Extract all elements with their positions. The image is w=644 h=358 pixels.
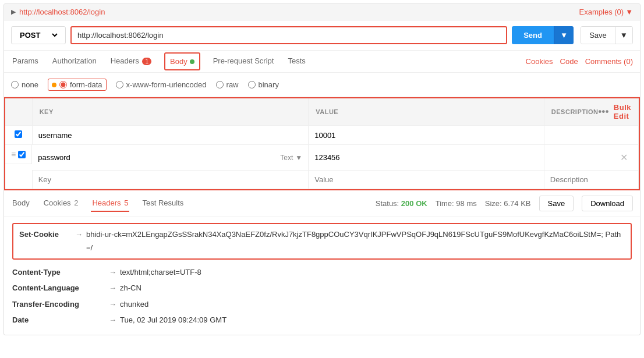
set-cookie-label: Set-Cookie (19, 228, 72, 241)
status-value: 200 OK (401, 199, 427, 208)
cookies-link[interactable]: Cookies (526, 51, 553, 72)
row1-key-input[interactable] (38, 131, 303, 140)
table-row (5, 126, 639, 145)
desc-header: DESCRIPTION ••• Bulk Edit (544, 98, 638, 126)
send-dropdown-button[interactable]: ▼ (554, 26, 574, 44)
size-label: Size: 6.74 KB (485, 199, 531, 208)
resp-tab-cookies[interactable]: Cookies 2 (43, 195, 80, 212)
tab-authorization[interactable]: Authorization (51, 51, 98, 72)
transfer-encoding-label: Transfer-Encoding (12, 297, 105, 311)
response-save-button[interactable]: Save (539, 196, 574, 211)
resp-tab-headers[interactable]: Headers 5 (91, 195, 129, 212)
value-header: VALUE (309, 98, 544, 126)
row2-type-dropdown[interactable]: ▼ (295, 154, 302, 162)
set-cookie-arrow-icon: → (75, 228, 83, 241)
row1-desc-input[interactable] (550, 131, 632, 140)
transfer-encoding-row: Transfer-Encoding → chunked (12, 297, 632, 311)
date-value: Tue, 02 Jul 2019 09:24:09 GMT (120, 313, 227, 327)
top-bar-url: http://localhost:8062/login (19, 8, 105, 16)
row2-desc-input[interactable] (550, 153, 615, 162)
table-row: ≡ Text ▼ (5, 145, 639, 171)
row2-value-input[interactable] (314, 153, 538, 162)
send-button[interactable]: Send (512, 26, 554, 44)
method-dropdown[interactable]: POST GET PUT DELETE (17, 30, 59, 40)
more-options-button[interactable]: ••• (599, 107, 609, 117)
code-link[interactable]: Code (560, 51, 578, 72)
headers-badge: 1 (142, 58, 151, 65)
key-header: KEY (32, 98, 309, 126)
save-dropdown-button[interactable]: ▼ (615, 27, 632, 44)
new-key-input[interactable] (38, 175, 303, 184)
content-language-value: zh-CN (120, 281, 141, 295)
row2-type-label: Text (280, 154, 293, 162)
save-button[interactable]: Save (581, 27, 615, 44)
content-language-label: Content-Language (12, 281, 105, 295)
set-cookie-value: bhidi-ur-ck=mX2LEngapZGsSSrakN34XaQ3NaEF… (86, 228, 625, 255)
tab-tests[interactable]: Tests (286, 51, 306, 72)
radio-binary[interactable]: binary (248, 80, 279, 89)
row1-value-input[interactable] (314, 131, 538, 140)
resp-tab-test-results[interactable]: Test Results (141, 195, 185, 212)
examples-button[interactable]: Examples (0) ▼ (579, 8, 633, 16)
radio-form-data[interactable]: form-data (48, 79, 107, 91)
date-label: Date (12, 313, 105, 327)
tab-pre-request[interactable]: Pre-request Script (212, 51, 275, 72)
bulk-edit-button[interactable]: Bulk Edit (614, 103, 631, 120)
tab-body[interactable]: Body (164, 52, 200, 70)
body-dot-icon (190, 59, 194, 64)
method-select[interactable]: POST GET PUT DELETE (11, 26, 66, 44)
drag-handle-icon[interactable]: ≡ (11, 150, 16, 159)
status-label: Status: 200 OK (376, 199, 427, 208)
content-type-label: Content-Type (12, 265, 105, 279)
time-label: Time: 98 ms (436, 199, 477, 208)
row2-key-input[interactable] (38, 153, 277, 162)
content-type-value: text/html;charset=UTF-8 (120, 265, 201, 279)
new-desc-input[interactable] (550, 175, 632, 184)
set-cookie-row: Set-Cookie → bhidi-ur-ck=mX2LEngapZGsSSr… (12, 223, 632, 260)
radio-raw[interactable]: raw (216, 80, 239, 89)
orange-dot-icon (52, 83, 56, 87)
new-value-input[interactable] (314, 175, 538, 184)
tab-params[interactable]: Params (11, 51, 40, 72)
top-bar-arrow: ▶ (11, 8, 16, 16)
row1-checkbox[interactable] (15, 130, 22, 138)
content-language-row: Content-Language → zh-CN (12, 281, 632, 295)
tab-headers[interactable]: Headers 1 (109, 51, 153, 72)
date-row: Date → Tue, 02 Jul 2019 09:24:09 GMT (12, 313, 632, 327)
url-input[interactable] (70, 26, 507, 44)
radio-urlencoded[interactable]: x-www-form-urlencoded (116, 80, 207, 89)
row2-checkbox[interactable] (18, 151, 26, 158)
comments-link[interactable]: Comments (0) (585, 51, 633, 72)
resp-tab-body[interactable]: Body (11, 195, 31, 212)
row2-delete-button[interactable]: ✕ (615, 150, 632, 165)
radio-none[interactable]: none (11, 80, 38, 89)
content-type-row: Content-Type → text/html;charset=UTF-8 (12, 265, 632, 279)
transfer-encoding-value: chunked (120, 297, 148, 311)
empty-row (5, 171, 639, 189)
table-check-header (5, 98, 32, 126)
response-download-button[interactable]: Download (582, 196, 633, 211)
chevron-down-icon: ▼ (625, 8, 633, 16)
